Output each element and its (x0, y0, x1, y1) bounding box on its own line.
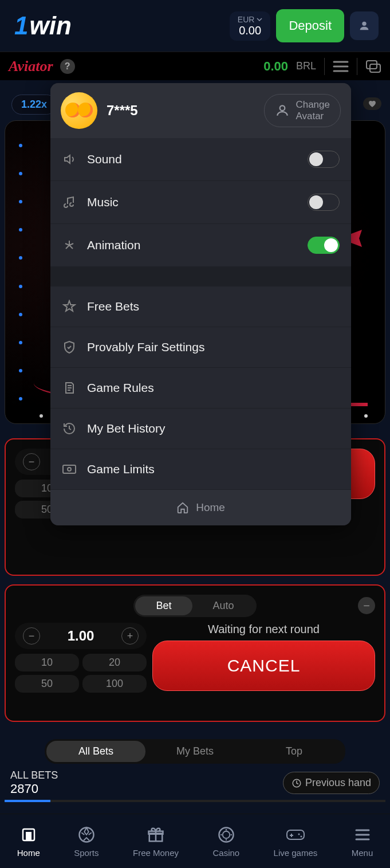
svg-point-18 (68, 468, 71, 471)
svg-point-12 (220, 834, 222, 835)
previous-hand-button[interactable]: Previous hand (283, 772, 380, 794)
svg-rect-17 (63, 465, 76, 473)
home-icon (20, 826, 37, 843)
tab-bet[interactable]: Bet (135, 596, 192, 615)
chevron-down-icon (257, 18, 262, 21)
bets-section: All Bets My Bets Top ALL BETS 2870 Previ… (5, 739, 385, 802)
tab-all-bets[interactable]: All Bets (46, 741, 145, 762)
nav-menu[interactable]: Menu (352, 825, 373, 858)
decrease-button[interactable]: − (23, 627, 40, 645)
minimize-button[interactable]: − (358, 597, 375, 614)
menu-bet-history[interactable]: My Bet History (50, 409, 351, 449)
bet-amount-input: − 1.00 + (15, 623, 147, 649)
sports-icon (78, 826, 95, 843)
increase-button[interactable]: + (121, 627, 139, 645)
home-icon (176, 501, 189, 514)
svg-point-15 (300, 835, 302, 837)
svg-rect-4 (26, 832, 31, 840)
svg-point-10 (226, 829, 227, 831)
favorite-toggle[interactable] (363, 97, 381, 110)
menu-music: Music (50, 181, 351, 224)
star-icon (62, 299, 77, 314)
history-icon (291, 778, 302, 788)
username: 7***5 (107, 103, 138, 119)
music-icon (62, 195, 77, 210)
nav-casino[interactable]: Casino (212, 825, 239, 858)
nav-sports[interactable]: Sports (74, 825, 99, 858)
bet-panel-2: Bet Auto − − 1.00 + 10 20 50 100 Waiting… (5, 584, 385, 722)
rules-icon (62, 380, 77, 395)
change-avatar-button[interactable]: ChangeAvatar (264, 94, 341, 127)
limits-icon (62, 462, 77, 477)
all-bets-label: ALL BETS (10, 769, 58, 781)
svg-point-0 (362, 22, 366, 26)
game-balance-currency: BRL (296, 60, 316, 72)
svg-point-9 (223, 831, 230, 838)
menu-free-bets[interactable]: Free Bets (50, 286, 351, 327)
menu-sound: Sound (50, 138, 351, 181)
music-toggle[interactable] (308, 194, 340, 211)
cancel-button[interactable]: CANCEL (152, 641, 375, 691)
top-header: 1win EUR 0.00 Deposit (0, 0, 390, 52)
currency-selector[interactable]: EUR 0.00 (230, 11, 271, 41)
user-icon (358, 19, 371, 32)
nav-free-money[interactable]: Free Money (133, 825, 179, 858)
gift-icon (147, 826, 164, 843)
waiting-text: Waiting for next round (152, 623, 375, 636)
preset-button[interactable]: 10 (15, 654, 79, 671)
shield-icon (62, 340, 77, 355)
casino-icon (218, 826, 235, 843)
sound-toggle[interactable] (308, 151, 340, 168)
sound-icon (62, 152, 77, 167)
menu-animation: Animation (50, 224, 351, 267)
heart-icon (368, 100, 377, 108)
bets-count: 2870 (10, 781, 58, 796)
menu-game-rules[interactable]: Game Rules (50, 368, 351, 409)
menu-icon (354, 828, 371, 842)
history-icon (62, 421, 77, 436)
site-logo[interactable]: 1win (14, 11, 72, 40)
preset-button[interactable]: 20 (82, 654, 147, 671)
menu-provably-fair[interactable]: Provably Fair Settings (50, 327, 351, 368)
tab-my-bets[interactable]: My Bets (145, 741, 245, 762)
decrease-button[interactable]: − (23, 453, 40, 470)
currency-amount: 0.00 (238, 24, 263, 37)
menu-game-limits[interactable]: Game Limits (50, 449, 351, 490)
preset-button[interactable]: 100 (82, 675, 147, 693)
menu-icon[interactable] (333, 60, 349, 73)
svg-point-13 (230, 834, 232, 835)
aviator-header: Aviator ? 0.00 BRL (0, 52, 390, 80)
chat-icon[interactable] (365, 60, 381, 73)
menu-home-button[interactable]: Home (50, 490, 351, 525)
nav-live-games[interactable]: Live games (274, 825, 318, 858)
bottom-nav: Home Sports Free Money Casino Live games… (0, 814, 390, 868)
deposit-button[interactable]: Deposit (276, 9, 344, 42)
svg-point-11 (226, 839, 227, 840)
bet-amount: 1.00 (68, 628, 94, 644)
help-icon[interactable]: ? (60, 59, 75, 74)
settings-menu: 7***5 ChangeAvatar Sound Music Animation (50, 83, 351, 525)
nav-home[interactable]: Home (17, 825, 40, 858)
preset-button[interactable]: 50 (15, 675, 79, 693)
svg-point-16 (280, 105, 285, 111)
aviator-logo: Aviator (9, 58, 53, 75)
svg-point-14 (298, 833, 300, 835)
avatar (61, 92, 97, 129)
user-icon (275, 103, 290, 118)
animation-toggle[interactable] (308, 237, 340, 254)
game-balance: 0.00 (263, 59, 288, 74)
tab-top[interactable]: Top (245, 741, 344, 762)
profile-button[interactable] (350, 11, 379, 40)
gamepad-icon (286, 828, 305, 842)
animation-icon (62, 238, 77, 253)
tab-auto[interactable]: Auto (192, 596, 255, 615)
